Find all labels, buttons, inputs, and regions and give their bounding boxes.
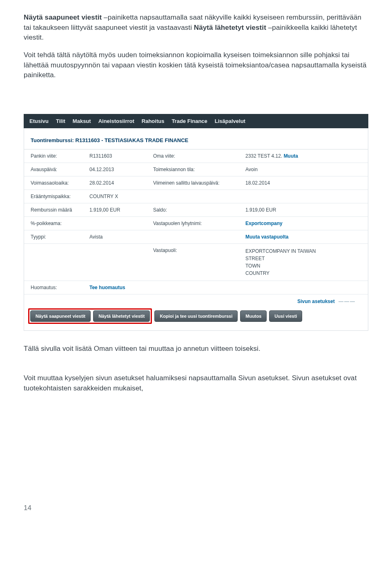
- section-title: Tuontiremburssi: R1311603 - TESTIASIAKAS…: [24, 128, 368, 149]
- label-viimeinen-laivauspaiva: Viimeinen sallittu laivauspäivä:: [147, 176, 239, 190]
- value-vastapuoli: EXPORTCOMPANY IN TAIWAN STREET TOWN COUN…: [239, 243, 368, 281]
- text: 2332 TEST 4.12.: [245, 153, 284, 159]
- table-row: Remburssin määrä 1.919,00 EUR Saldo: 1.9…: [24, 203, 368, 216]
- label-empty3: [24, 243, 83, 281]
- value-saldo: 1.919,00 EUR: [239, 203, 368, 216]
- label-vastapuoli: Vastapuoli:: [147, 243, 239, 281]
- screenshot-panel: Etusivu Tilit Maksut Aineistosiirrot Rah…: [24, 114, 368, 331]
- intro-paragraph-1: Näytä saapuneet viestit –painiketta naps…: [24, 13, 368, 43]
- highlight-box: Näytä saapuneet viestit Näytä lähetetyt …: [28, 308, 152, 324]
- nayta-saapuneet-button[interactable]: Näytä saapuneet viestit: [30, 310, 91, 322]
- outro-paragraph-2: Voit muuttaa kyselyjen sivun asetukset h…: [24, 373, 368, 393]
- text: tai muuttaa jo annetun viitteen toiseksi…: [137, 345, 261, 352]
- exportcompany-link[interactable]: Exportcompany: [245, 221, 283, 226]
- value-viimeinen-laivauspaiva: 18.02.2014: [239, 176, 368, 190]
- label-tyyppi: Tyyppi:: [24, 230, 83, 243]
- nayta-lahetetyt-button[interactable]: Näytä lähetetyt viestit: [93, 310, 150, 322]
- vastapuoli-line: TOWN: [245, 262, 364, 270]
- label-pankin-viite: Pankin viite:: [24, 149, 83, 163]
- label-saldo: Saldo:: [147, 203, 239, 216]
- value-remburssin-maara: 1.919,00 EUR: [83, 203, 147, 216]
- label-oma-viite: Oma viite:: [147, 149, 239, 163]
- value-tyyppi: Avista: [83, 230, 147, 243]
- bold-text: Näytä saapuneet viestit: [24, 13, 102, 21]
- muutos-button[interactable]: Muutos: [240, 310, 267, 322]
- main-nav: Etusivu Tilit Maksut Aineistosiirrot Rah…: [24, 114, 368, 128]
- action-button-row: Näytä saapuneet viestit Näytä lähetetyt …: [24, 307, 368, 327]
- value-empty3: [83, 243, 147, 281]
- tee-huomautus-link[interactable]: Tee huomautus: [89, 285, 125, 290]
- label-empty: [147, 190, 239, 203]
- label-voimassaoloaika: Voimassaoloaika:: [24, 176, 83, 190]
- label-toimeksiannon-tila: Toimeksiannon tila:: [147, 163, 239, 176]
- muuta-link[interactable]: Muuta: [284, 153, 298, 159]
- table-row: Pankin viite: R1311603 Oma viite: 2332 T…: [24, 149, 368, 163]
- text: Tällä sivulla voit lisätä: [24, 345, 94, 352]
- label-vastapuolen-lyhytnimi: Vastapuolen lyhytnimi:: [147, 216, 239, 230]
- label-remburssin-maara: Remburssin määrä: [24, 203, 83, 216]
- label-empty2: [147, 230, 239, 243]
- label-poikkeama: %-poikkeama:: [24, 216, 83, 230]
- value-empty: [239, 190, 368, 203]
- vastapuoli-line: EXPORTCOMPANY IN TAIWAN: [245, 247, 364, 255]
- table-row: Tyyppi: Avista Muuta vastapuolta: [24, 230, 368, 243]
- nav-tilit[interactable]: Tilit: [56, 118, 65, 124]
- sivun-asetukset-link[interactable]: Sivun asetukset: [297, 299, 334, 304]
- table-row: Avauspäivä: 04.12.2013 Toimeksiannon til…: [24, 163, 368, 176]
- muuta-vastapuolta-link[interactable]: Muuta vastapuolta: [245, 234, 288, 240]
- nav-trade-finance[interactable]: Trade Finance: [172, 118, 207, 124]
- value-voimassaoloaika: 28.02.2014: [83, 176, 147, 190]
- kopioi-button[interactable]: Kopioi ja tee uusi tuontiremburssi: [154, 310, 238, 322]
- vastapuoli-line: COUNTRY: [245, 270, 364, 277]
- value-toimeksiannon-tila: Avoin: [239, 163, 368, 176]
- value-oma-viite: 2332 TEST 4.12. Muuta: [239, 149, 368, 163]
- settings-divider: ———: [339, 299, 356, 304]
- table-row: Huomautus: Tee huomautus: [24, 281, 368, 294]
- vastapuoli-line: STREET: [245, 255, 364, 262]
- page-number: 14: [24, 504, 368, 512]
- table-row: Vastapuoli: EXPORTCOMPANY IN TAIWAN STRE…: [24, 243, 368, 281]
- value-avauspaiva: 04.12.2013: [83, 163, 147, 176]
- value-pankin-viite: R1311603: [83, 149, 147, 163]
- nav-lisapalvelut[interactable]: Lisäpalvelut: [215, 118, 245, 124]
- uusi-viesti-button[interactable]: Uusi viesti: [269, 310, 302, 322]
- page-settings-row: Sivun asetukset ———: [24, 294, 368, 307]
- bold-text: Näytä lähetetyt viestit: [194, 24, 266, 31]
- nav-aineistosiirrot[interactable]: Aineistosiirrot: [98, 118, 134, 124]
- nav-maksut[interactable]: Maksut: [73, 118, 91, 124]
- table-row: %-poikkeama: Vastapuolen lyhytnimi: Expo…: [24, 216, 368, 230]
- details-table: Pankin viite: R1311603 Oma viite: 2332 T…: [24, 149, 368, 294]
- value-poikkeama: [83, 216, 147, 230]
- table-row: Voimassaoloaika: 28.02.2014 Viimeinen sa…: [24, 176, 368, 190]
- label-huomautus: Huomautus:: [24, 281, 83, 294]
- value-eraantymispaikka: COUNTRY X: [83, 190, 147, 203]
- label-eraantymispaikka: Erääntymispaikka:: [24, 190, 83, 203]
- bold-text: Oman viitteen: [94, 345, 137, 352]
- label-avauspaiva: Avauspäivä:: [24, 163, 83, 176]
- nav-etusivu[interactable]: Etusivu: [29, 118, 49, 124]
- outro-paragraph-1: Tällä sivulla voit lisätä Oman viitteen …: [24, 344, 368, 354]
- intro-paragraph-2: Voit tehdä tältä näytöltä myös uuden toi…: [24, 50, 368, 80]
- nav-rahoitus[interactable]: Rahoitus: [142, 118, 165, 124]
- table-row: Erääntymispaikka: COUNTRY X: [24, 190, 368, 203]
